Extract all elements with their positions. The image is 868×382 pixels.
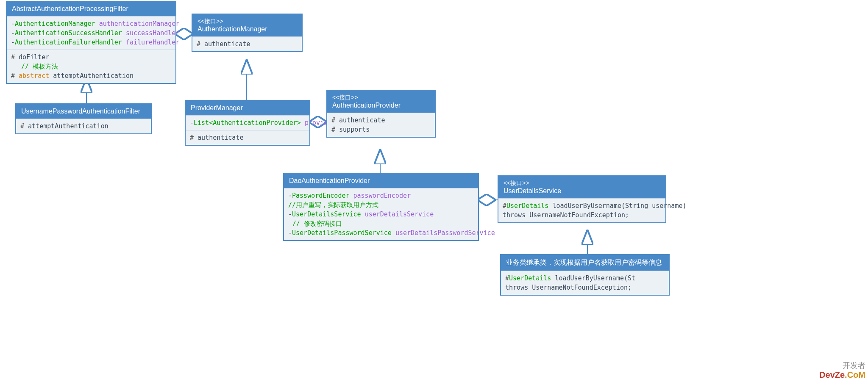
ops-section: #UserDetails loadUserByUsername(St throw…: [501, 271, 669, 295]
class-upaf: UsernamePasswordAuthenticationFilter # a…: [15, 103, 152, 134]
ops-section: # authenticate # supports: [327, 113, 435, 137]
class-title: <<接口>> AuthenticationProvider: [327, 91, 435, 113]
class-pm: ProviderManager -List<AuthenticationProv…: [185, 100, 310, 146]
class-biz: 业务类继承类，实现根据用户名获取用户密码等信息 #UserDetails loa…: [500, 254, 670, 296]
watermark: 开发者 DevZe.CoM: [819, 361, 865, 379]
class-uds: <<接口>> UserDetailsService #UserDetails l…: [498, 175, 666, 223]
class-title: ProviderManager: [186, 101, 309, 115]
class-aapf: AbstractAuthenticationProcessingFilter -…: [6, 1, 176, 84]
ops-section: # doFilter // 模板方法 # abstract attemptAut…: [7, 50, 175, 83]
class-title: AbstractAuthenticationProcessingFilter: [7, 2, 175, 16]
class-title: DaoAuthenticationProvider: [284, 174, 478, 188]
attr-section: -List<AuthenticationProvider> providers: [186, 115, 309, 130]
class-title: 业务类继承类，实现根据用户名获取用户密码等信息: [501, 255, 669, 271]
class-title: UsernamePasswordAuthenticationFilter: [16, 104, 151, 119]
class-title: <<接口>> UserDetailsService: [498, 176, 665, 198]
attr-section: -AuthenticationManager authenticationMan…: [7, 16, 175, 50]
class-dap: DaoAuthenticationProvider -PasswordEncod…: [283, 173, 479, 241]
class-am: <<接口>> AuthenticationManager # authentic…: [192, 14, 303, 52]
class-ap: <<接口>> AuthenticationProvider # authenti…: [326, 90, 436, 138]
ops-section: # authenticate: [192, 36, 302, 51]
class-title: <<接口>> AuthenticationManager: [192, 14, 302, 36]
attr-section: -PasswordEncoder passwordEncoder //用户重写，…: [284, 188, 478, 240]
ops-section: #UserDetails loadUserByUsername(String u…: [498, 198, 665, 222]
ops-section: # authenticate: [186, 130, 309, 145]
ops-section: # attemptAuthentication: [16, 119, 151, 133]
